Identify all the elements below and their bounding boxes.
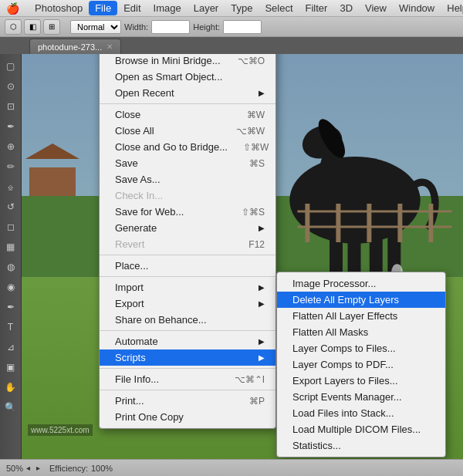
tool-dodge[interactable]: ◉ [2,278,20,296]
tools-panel: ▢ ⊙ ⊡ ✒ ⊕ ✏ ⎒ ↺ ◻ ▦ ◍ ◉ ✒ T ⊿ ▣ ✋ 🔍 [0,54,22,476]
menu-check-in[interactable]: Check In... [100,187,275,204]
menu-revert[interactable]: Revert F12 [100,236,275,252]
tool-crop[interactable]: ⊡ [2,97,20,116]
scripts-export-layers-label: Export Layers to Files... [292,375,398,387]
menu-close-all[interactable]: Close All ⌥⌘W [100,123,275,139]
menubar-photoshop[interactable]: Photoshop [29,1,89,15]
menu-scripts[interactable]: Scripts ▶ [100,349,275,366]
separator-1 [100,103,275,104]
menu-smart-object-label: Open as Smart Object... [115,71,222,83]
menu-file-info-shortcut: ⌥⌘⌃I [235,374,265,385]
menubar-window[interactable]: Window [393,1,441,15]
scripts-delete-empty-layers-label: Delete All Empty Layers [292,294,399,306]
barn-roof [25,143,79,159]
menu-print-shortcut: ⌘P [249,396,265,407]
height-input[interactable] [223,20,262,34]
menu-revert-label: Revert [115,238,144,250]
tabbar: photodune-273... ✕ [0,37,463,54]
scripts-script-events-label: Script Events Manager... [292,391,402,403]
scripts-load-dicom[interactable]: Load Multiple DICOM Files... [277,421,445,437]
scripts-arrow: ▶ [259,353,265,362]
menu-save-as[interactable]: Save As... [100,171,275,187]
menubar-layer[interactable]: Layer [188,1,225,15]
tool-select[interactable]: ▢ [2,57,20,76]
mode-select[interactable]: Normal [70,20,121,34]
statusbar: 50% ◂ ▸ Efficiency: 100% [0,459,463,476]
tool-gradient[interactable]: ▦ [2,238,20,256]
toolbar-btn-2[interactable]: ◧ [24,19,41,35]
arrow-right-icon[interactable]: ▸ [36,464,40,472]
toolbar-btn-3[interactable]: ⊞ [43,19,60,35]
menu-print[interactable]: Print... ⌘P [100,393,275,409]
menu-smart-object[interactable]: Open as Smart Object... [100,69,275,85]
scripts-image-processor-label: Image Processor... [292,278,376,289]
height-label: Height: [193,22,220,32]
menubar-file[interactable]: File [89,1,117,15]
tool-text[interactable]: T [2,318,20,336]
efficiency-value: 100% [91,464,113,473]
menu-mini-bridge[interactable]: Browse in Mini Bridge... ⌥⌘O [100,52,275,69]
menu-save[interactable]: Save ⌘S [100,155,275,171]
tool-shape[interactable]: ▣ [2,358,20,376]
toolbar-btn-1[interactable]: ⬡ [5,19,22,35]
apple-menu[interactable]: 🍎 [6,2,19,15]
menu-export[interactable]: Export ▶ [100,295,275,312]
tool-stamp[interactable]: ⎒ [2,177,20,196]
tool-eyedropper[interactable]: ✒ [2,117,20,136]
menu-import-label: Import [115,282,144,293]
menu-mini-bridge-shortcut: ⌥⌘O [238,56,265,66]
menu-close-bridge[interactable]: Close and Go to Bridge... ⇧⌘W [100,139,275,155]
menu-place[interactable]: Place... [100,258,275,274]
menu-automate[interactable]: Automate ▶ [100,333,275,349]
scripts-delete-empty-layers[interactable]: Delete All Empty Layers [277,292,445,308]
tab-close-btn[interactable]: ✕ [106,42,113,51]
scripts-load-dicom-label: Load Multiple DICOM Files... [292,424,421,435]
menu-save-web-shortcut: ⇧⌘S [242,207,265,218]
menubar-view[interactable]: View [359,1,393,15]
menu-close[interactable]: Close ⌘W [100,106,275,123]
menu-print-one[interactable]: Print One Copy [100,409,275,425]
tool-pen[interactable]: ✒ [2,298,20,316]
menu-save-web[interactable]: Save for Web... ⇧⌘S [100,204,275,220]
menubar-edit[interactable]: Edit [117,1,147,15]
arrow-left-icon[interactable]: ◂ [26,464,30,472]
menu-import[interactable]: Import ▶ [100,279,275,295]
menu-open-recent[interactable]: Open Recent ▶ [100,85,275,101]
menu-close-all-shortcut: ⌥⌘W [236,126,265,137]
menubar-select[interactable]: Select [259,1,299,15]
menu-file-info[interactable]: File Info... ⌥⌘⌃I [100,371,275,387]
zoom-level: 50% [6,464,23,473]
document-tab[interactable]: photodune-273... ✕ [29,39,121,54]
scripts-layer-comps-files-label: Layer Comps to Files... [292,343,396,354]
tool-blur[interactable]: ◍ [2,258,20,276]
menubar-filter[interactable]: Filter [299,1,334,15]
tool-history[interactable]: ↺ [2,197,20,216]
menubar-3d[interactable]: 3D [333,1,359,15]
menu-check-in-label: Check In... [115,190,163,201]
menubar-image[interactable]: Image [147,1,188,15]
scripts-load-files-stack[interactable]: Load Files into Stack... [277,405,445,421]
menu-generate[interactable]: Generate ▶ [100,220,275,236]
tool-lasso[interactable]: ⊙ [2,77,20,96]
tool-zoom[interactable]: 🔍 [2,398,20,417]
scripts-layer-comps-pdf[interactable]: Layer Comps to PDF... [277,356,445,373]
scripts-statistics-label: Statistics... [292,440,341,451]
tool-heal[interactable]: ⊕ [2,137,20,156]
width-input[interactable] [151,20,190,34]
tool-path[interactable]: ⊿ [2,338,20,356]
tool-brush[interactable]: ✏ [2,157,20,176]
menubar-type[interactable]: Type [225,1,259,15]
scripts-image-processor[interactable]: Image Processor... [277,275,445,292]
scripts-statistics[interactable]: Statistics... [277,437,445,454]
scripts-layer-comps-files[interactable]: Layer Comps to Files... [277,340,445,356]
menu-automate-label: Automate [115,336,158,347]
scripts-script-events[interactable]: Script Events Manager... [277,389,445,405]
menubar-help[interactable]: Help [441,1,463,15]
tool-eraser[interactable]: ◻ [2,218,20,236]
scripts-flatten-masks[interactable]: Flatten All Masks [277,324,445,340]
menu-behance[interactable]: Share on Behance... [100,312,275,328]
scripts-flatten-layer-effects[interactable]: Flatten All Layer Effects [277,308,445,324]
tool-hand[interactable]: ✋ [2,378,20,397]
scripts-layer-comps-pdf-label: Layer Comps to PDF... [292,359,394,370]
scripts-export-layers[interactable]: Export Layers to Files... [277,373,445,389]
